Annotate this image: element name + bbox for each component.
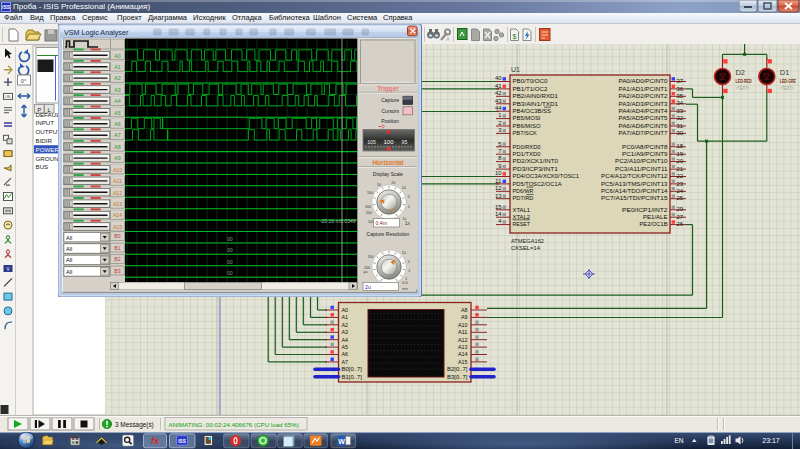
svg-text:D1: D1 (780, 69, 790, 76)
svg-text:A15: A15 (112, 224, 121, 230)
svg-text:0°: 0° (21, 78, 26, 84)
svg-text:PB2/AIN0/RXD1: PB2/AIN0/RXD1 (513, 93, 559, 99)
svg-text:Trigger: Trigger (377, 85, 399, 93)
svg-text:100: 100 (367, 255, 373, 259)
svg-text:LED-RED: LED-RED (736, 78, 752, 84)
svg-text:PA1/AD1/PCINT1: PA1/AD1/PCINT1 (619, 86, 668, 92)
svg-text:9: 9 (498, 163, 501, 169)
svg-text:All: All (66, 246, 72, 252)
svg-text:PB5/MOSI: PB5/MOSI (513, 115, 541, 121)
svg-text:5: 5 (407, 195, 409, 199)
svg-text:200: 200 (365, 211, 371, 215)
svg-text:A8: A8 (114, 144, 120, 150)
svg-text:0.5: 0.5 (402, 280, 408, 285)
svg-text:A5: A5 (342, 344, 349, 350)
svg-text:B0[0..7]: B0[0..7] (342, 366, 363, 372)
svg-text:ANIMATING: 00:02:24.406676 (CP: ANIMATING: 00:02:24.406676 (CPU load 65%… (169, 421, 299, 428)
svg-text:All: All (66, 257, 72, 263)
svg-text:ms: ms (402, 286, 407, 291)
svg-text:PA7/AD7/PCINT7: PA7/AD7/PCINT7 (619, 130, 668, 136)
svg-text:4: 4 (498, 218, 501, 224)
svg-text:500: 500 (365, 205, 371, 209)
svg-text:PB7/SCK: PB7/SCK (513, 130, 538, 136)
svg-text:2u: 2u (365, 284, 371, 290)
svg-text:PD0/RXD0: PD0/RXD0 (513, 144, 541, 150)
svg-text:41: 41 (495, 83, 502, 89)
svg-text:PA0/AD0/PCINT0: PA0/AD0/PCINT0 (619, 78, 668, 84)
svg-text:5: 5 (498, 141, 501, 147)
svg-text:2: 2 (498, 120, 501, 126)
svg-text:A3: A3 (342, 329, 349, 335)
svg-text:A0: A0 (342, 307, 349, 313)
svg-text:PC4/A12/TCK/PCINT12: PC4/A12/TCK/PCINT12 (601, 173, 668, 179)
svg-text:7: 7 (498, 148, 501, 154)
svg-text:PC3/A11/PCINT11: PC3/A11/PCINT11 (615, 166, 668, 172)
svg-text:Display Scale: Display Scale (372, 171, 403, 177)
svg-text:PA6/AD6/PCINT6: PA6/AD6/PCINT6 (619, 123, 668, 129)
svg-text:PD4/OC3A/XCK0/TOSC1: PD4/OC3A/XCK0/TOSC1 (513, 173, 580, 179)
svg-text:A2: A2 (342, 322, 349, 328)
svg-text:PD3/ICP3/INT1: PD3/ICP3/INT1 (513, 166, 559, 172)
svg-text:18: 18 (677, 143, 684, 149)
svg-text:00: 00 (227, 248, 233, 253)
svg-text:V: V (6, 267, 9, 272)
svg-text:PA3/AD3/PCINT3: PA3/AD3/PCINT3 (619, 101, 668, 107)
svg-text:PE0/ICP1/INT2: PE0/ICP1/INT2 (622, 207, 668, 213)
svg-text:1: 1 (498, 112, 501, 118)
svg-text:B0: B0 (114, 233, 120, 239)
svg-text:19: 19 (677, 151, 684, 157)
svg-text:A14: A14 (458, 351, 468, 357)
svg-text:105: 105 (367, 139, 376, 145)
svg-text:B3: B3 (114, 268, 120, 274)
svg-text:PE1/ALE: PE1/ALE (643, 214, 668, 220)
svg-text:A2: A2 (114, 75, 120, 81)
svg-text:A4: A4 (114, 98, 120, 104)
svg-text:95: 95 (401, 139, 407, 145)
svg-text:50: 50 (377, 183, 381, 187)
svg-text:POWER: POWER (36, 146, 60, 153)
svg-text:8: 8 (498, 155, 501, 161)
svg-text:A7: A7 (114, 132, 120, 138)
svg-text:0.4m: 0.4m (375, 220, 387, 226)
svg-text:A6: A6 (114, 121, 120, 127)
svg-text:PA2/AD2/PCINT2: PA2/AD2/PCINT2 (619, 93, 668, 99)
svg-text:14: 14 (495, 211, 502, 217)
svg-text:All: All (66, 235, 72, 241)
svg-text:44: 44 (495, 105, 502, 111)
svg-text:VSM Logic Analyser: VSM Logic Analyser (64, 28, 129, 37)
svg-text:A14: A14 (112, 212, 121, 218)
svg-text:All: All (66, 269, 72, 275)
svg-text:31: 31 (677, 123, 684, 129)
svg-text:00: 00 (227, 237, 233, 242)
svg-text:A10: A10 (112, 167, 121, 173)
svg-text:Capture Resolution: Capture Resolution (366, 231, 409, 237)
svg-text:BIDIR: BIDIR (36, 137, 53, 144)
svg-text:13: 13 (495, 193, 502, 199)
svg-text:A9: A9 (114, 155, 120, 161)
svg-text:20: 20 (677, 158, 684, 164)
svg-text:<TEXT>: <TEXT> (736, 85, 750, 91)
svg-text:U1: U1 (511, 66, 520, 73)
svg-text:100: 100 (367, 191, 373, 195)
svg-text:34: 34 (677, 100, 684, 106)
svg-text:A0: A0 (114, 53, 120, 59)
svg-text:Cursors: Cursors (381, 108, 399, 114)
svg-text:PB3/AIN1/TXD1: PB3/AIN1/TXD1 (513, 101, 559, 107)
svg-text:37: 37 (677, 78, 684, 84)
svg-text:42: 42 (495, 90, 502, 96)
svg-text:RESET: RESET (513, 221, 531, 227)
svg-text:fx: fx (151, 436, 160, 446)
svg-text:40: 40 (495, 75, 502, 81)
svg-text:1x: 1x (405, 221, 411, 226)
svg-text:PB1/T1/OC2: PB1/T1/OC2 (513, 86, 548, 92)
svg-text:A12: A12 (112, 190, 121, 196)
svg-text:32: 32 (677, 115, 684, 121)
svg-text:22: 22 (677, 173, 684, 179)
svg-text:Position: Position (381, 118, 399, 124)
svg-text:A12: A12 (458, 337, 468, 343)
svg-text:24: 24 (677, 188, 684, 194)
svg-text:A9: A9 (461, 314, 468, 320)
svg-text:ISS: ISS (178, 439, 185, 444)
svg-text:A4: A4 (342, 337, 349, 343)
svg-text:A15: A15 (458, 359, 468, 365)
